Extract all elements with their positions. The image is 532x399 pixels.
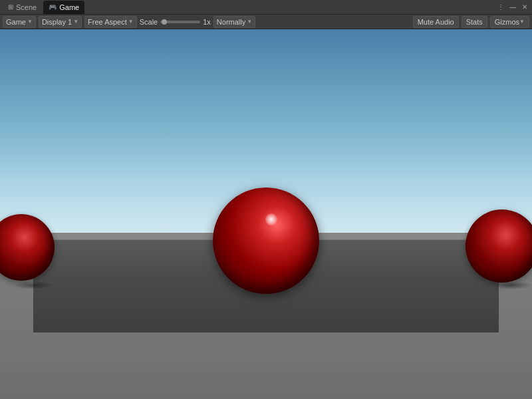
more-options-button[interactable]: ⋮ (496, 3, 505, 12)
tab-game[interactable]: 🎮 Game (43, 1, 84, 14)
tab-game-label: Game (59, 3, 79, 11)
sphere-right (466, 209, 532, 283)
aspect-dropdown-arrow: ▼ (128, 19, 134, 25)
window-controls: ⋮ — ✕ (496, 3, 529, 12)
scale-slider[interactable] (160, 21, 200, 23)
normally-dropdown-arrow: ▼ (247, 19, 252, 25)
stats-label: Stats (466, 18, 483, 26)
sphere-left-shadow (13, 281, 53, 289)
scale-slider-thumb (162, 19, 167, 25)
tab-group: ⊞ Scene 🎮 Game (3, 1, 84, 14)
display-dropdown[interactable]: Display 1 ▼ (39, 16, 82, 28)
scene-icon: ⊞ (8, 3, 13, 11)
aspect-dropdown[interactable]: Free Aspect ▼ (84, 16, 137, 28)
normally-label: Normally (217, 18, 245, 26)
display-label: Display 1 (42, 18, 72, 26)
gizmos-label: Gizmos (495, 18, 519, 26)
gizmos-button[interactable]: Gizmos ▼ (490, 16, 529, 28)
mute-audio-button[interactable]: Mute Audio (413, 16, 459, 28)
game-dropdown-arrow: ▼ (27, 19, 33, 25)
normally-dropdown[interactable]: Normally ▼ (213, 16, 255, 28)
game-dropdown[interactable]: Game ▼ (3, 16, 36, 28)
scale-control: Scale 1x (140, 18, 211, 26)
mute-audio-label: Mute Audio (418, 18, 454, 26)
stats-button[interactable]: Stats (462, 16, 487, 28)
game-icon: 🎮 (49, 3, 57, 11)
game-viewport (0, 29, 532, 399)
minimize-button[interactable]: — (508, 3, 517, 12)
sphere-center (213, 188, 319, 294)
tab-scene[interactable]: ⊞ Scene (3, 1, 42, 14)
scale-label: Scale (140, 18, 158, 26)
tab-scene-label: Scene (16, 3, 37, 11)
game-label: Game (6, 18, 26, 26)
gizmos-dropdown-arrow: ▼ (519, 19, 525, 25)
display-dropdown-arrow: ▼ (73, 19, 78, 25)
close-button[interactable]: ✕ (520, 3, 529, 12)
title-bar: ⊞ Scene 🎮 Game ⋮ — ✕ (0, 0, 532, 15)
scale-value: 1x (203, 18, 211, 26)
sphere-right-shadow (492, 281, 532, 289)
toolbar: Game ▼ Display 1 ▼ Free Aspect ▼ Scale 1… (0, 15, 532, 29)
aspect-label: Free Aspect (88, 18, 127, 26)
